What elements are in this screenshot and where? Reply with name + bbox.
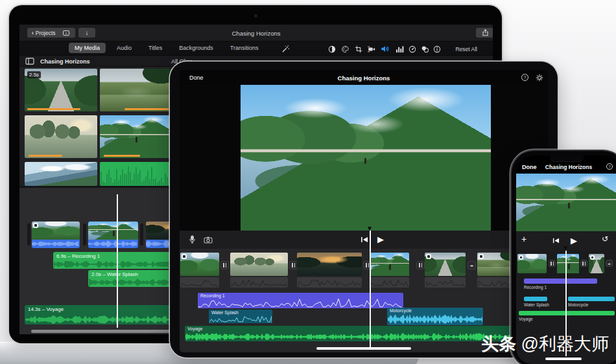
timeline-video-clip-2[interactable] <box>88 222 138 248</box>
ipad-clip-2[interactable] <box>230 253 288 276</box>
selection-range-bar <box>104 155 140 157</box>
clip-edge-handle[interactable] <box>140 223 143 245</box>
clip-audio-box <box>370 277 409 288</box>
transition-button[interactable] <box>580 260 587 267</box>
clip-edge-handle[interactable] <box>27 223 30 245</box>
ipad-project-title: Chasing Horizons <box>180 74 548 82</box>
media-thumb-field[interactable] <box>100 69 172 111</box>
ipad-clip-5[interactable] <box>425 253 466 276</box>
help-icon[interactable]: ? <box>521 74 528 81</box>
settings-gear-icon[interactable] <box>536 74 543 82</box>
mac-window-title: Chasing Horizons <box>19 30 493 37</box>
clip-audio-waveform <box>32 240 80 248</box>
clip-audio-box <box>230 277 288 288</box>
ipad-playhead[interactable] <box>370 231 371 350</box>
selection-range-bar <box>124 108 169 110</box>
browser-project-title: Chasing Horizons <box>40 58 90 65</box>
undo-icon[interactable]: ↺ <box>602 234 608 244</box>
media-thumb-road[interactable]: 2.5s <box>25 69 97 111</box>
iphone-project-title: Chasing Horizons <box>516 164 616 170</box>
reset-all-button[interactable]: Reset All <box>455 46 477 52</box>
tab-my-media[interactable]: My Media <box>69 43 106 53</box>
scene: ‹ Projects ♪ ↓ Chasing Horizons My Me <box>0 0 616 364</box>
ipad-clip-3[interactable] <box>297 253 362 276</box>
info-icon[interactable] <box>433 45 441 53</box>
ipad-home-indicator[interactable] <box>316 347 411 350</box>
track-voyage[interactable]: Voyage <box>185 326 530 341</box>
track-watersplash[interactable] <box>524 297 547 301</box>
ipad-controls-bar: ▶ <box>180 231 548 249</box>
clip-audio-waveform <box>88 240 138 248</box>
transition-button[interactable] <box>220 261 229 269</box>
stabilization-camera-icon[interactable] <box>367 45 376 53</box>
iphone-clip-2[interactable] <box>557 254 579 273</box>
clip-type-badge <box>182 254 187 259</box>
noise-reduction-icon[interactable] <box>421 45 429 53</box>
media-thumb-audio[interactable] <box>100 162 172 186</box>
duration-badge: 2.5s <box>27 71 41 78</box>
enhance-wand-icon[interactable] <box>281 45 290 53</box>
selection-range-bar <box>27 108 80 110</box>
microphone-icon[interactable] <box>189 235 196 244</box>
track-motorcycle[interactable]: Motorcycle <box>387 308 483 325</box>
selection-range-bar <box>29 155 62 157</box>
clip-edge-handle[interactable] <box>83 223 86 245</box>
media-thumb-lake[interactable] <box>100 115 172 158</box>
skip-to-start-icon[interactable] <box>361 236 368 244</box>
mac-tab-row: My Media Audio Titles Backgrounds Transi… <box>19 41 493 56</box>
share-icon <box>482 29 489 36</box>
tab-titles[interactable]: Titles <box>143 43 168 53</box>
track-recording1[interactable] <box>524 279 597 284</box>
iphone-clip-3[interactable] <box>589 254 604 273</box>
color-correction-palette-icon[interactable] <box>341 45 349 53</box>
ipad-clip-6[interactable] <box>477 253 516 276</box>
transition-button[interactable] <box>416 261 425 269</box>
play-icon[interactable]: ▶ <box>377 235 384 244</box>
transition-button[interactable] <box>549 260 556 267</box>
volume-speaker-icon[interactable] <box>381 45 390 53</box>
ipad-clip-4[interactable] <box>370 253 409 276</box>
tab-audio[interactable]: Audio <box>111 43 137 53</box>
media-thumb-ridge[interactable] <box>25 162 97 186</box>
ipad-viewer <box>180 85 548 231</box>
timeline-video-clip-1[interactable] <box>32 222 80 248</box>
clip-type-badge <box>519 255 523 260</box>
iphone-clip-1[interactable] <box>517 254 547 273</box>
track-voyage[interactable] <box>519 311 615 315</box>
camera-icon[interactable] <box>204 236 213 244</box>
media-tabs: My Media Audio Titles Backgrounds Transi… <box>69 43 264 53</box>
help-icon[interactable]: ? <box>606 163 613 170</box>
tab-transitions[interactable]: Transitions <box>224 43 265 53</box>
track-motorcycle[interactable] <box>568 297 615 301</box>
clip-audio-box <box>180 277 219 288</box>
watermark-bold: 头条 <box>481 334 516 354</box>
share-button[interactable] <box>476 28 493 38</box>
clip-audio-box <box>425 277 466 288</box>
equalizer-icon[interactable] <box>396 45 404 53</box>
ipad-clip-1[interactable] <box>180 253 219 276</box>
clip-type-badge <box>590 255 595 260</box>
iphone-home-indicator[interactable] <box>545 358 582 360</box>
sidebar-toggle-icon[interactable] <box>25 58 34 65</box>
transition-dissolve-button[interactable]: ◂▸ <box>606 260 613 267</box>
play-icon[interactable]: ▶ <box>571 236 577 245</box>
track-watersplash[interactable]: Water Splash <box>209 310 272 323</box>
media-thumb-karst[interactable] <box>25 115 97 158</box>
ipad-screen: Done Chasing Horizons ? + ▶ <box>180 70 548 352</box>
track-recording1[interactable]: Recording 1 <box>198 293 403 308</box>
transition-dissolve-button[interactable]: ◂▸ <box>468 261 476 269</box>
clip-audio-box <box>477 277 516 288</box>
watermark: 头条 @利器大师 <box>481 332 609 356</box>
skip-to-start-icon[interactable] <box>552 237 560 244</box>
mac-playhead[interactable] <box>117 194 118 328</box>
video-preview <box>516 174 616 231</box>
add-media-icon[interactable]: + <box>521 234 527 244</box>
color-balance-icon[interactable] <box>328 45 336 53</box>
iphone-controls-bar: + ▶ ↺ ▼ <box>516 231 616 251</box>
macbook-camera <box>254 14 257 17</box>
clip-type-badge <box>479 254 484 259</box>
speed-gauge-icon[interactable] <box>409 45 416 53</box>
tab-backgrounds[interactable]: Backgrounds <box>173 43 219 53</box>
clip-type-badge <box>426 254 431 259</box>
crop-icon[interactable] <box>355 45 362 53</box>
